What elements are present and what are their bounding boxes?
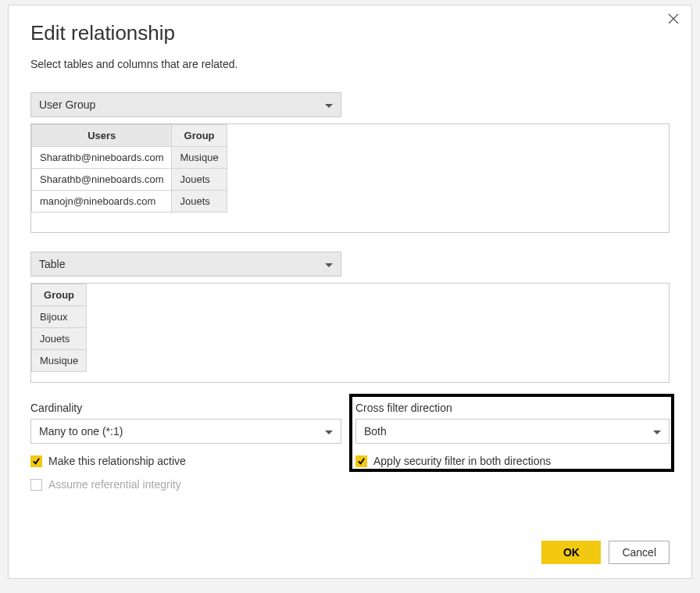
- referential-integrity-checkbox: Assume referential integrity: [30, 478, 341, 491]
- chevron-down-icon: [653, 425, 661, 438]
- edit-relationship-dialog: Edit relationship Select tables and colu…: [8, 5, 692, 579]
- ok-label: OK: [563, 546, 580, 559]
- cardinality-value: Many to one (*:1): [39, 425, 123, 438]
- cardinality-col: Cardinality Many to one (*:1) Make this …: [30, 402, 341, 491]
- chevron-down-icon: [325, 98, 333, 111]
- column-header-group[interactable]: Group: [32, 284, 87, 306]
- table-row: Bijoux: [32, 306, 87, 328]
- column-header-group[interactable]: Group: [172, 125, 227, 147]
- cell: Sharathb@nineboards.com: [32, 169, 172, 191]
- table-header-row: Group: [32, 284, 87, 306]
- table2-dropdown-label: Table: [39, 258, 65, 270]
- cell: Musique: [172, 147, 227, 169]
- apply-security-filter-checkbox[interactable]: Apply security filter in both directions: [355, 455, 670, 467]
- table1-dropdown[interactable]: User Group: [30, 92, 341, 117]
- cancel-button[interactable]: Cancel: [609, 541, 670, 564]
- apply-security-filter-label: Apply security filter in both directions: [373, 455, 551, 467]
- cell: Sharathb@nineboards.com: [32, 147, 172, 169]
- ok-button[interactable]: OK: [541, 541, 601, 564]
- table-row: Sharathb@nineboards.com Musique: [32, 147, 227, 169]
- crossfilter-value: Both: [364, 425, 387, 438]
- crossfilter-select[interactable]: Both: [355, 419, 670, 444]
- cell: Bijoux: [32, 306, 87, 328]
- chevron-down-icon: [325, 258, 333, 270]
- options-row: Cardinality Many to one (*:1) Make this …: [30, 402, 670, 491]
- make-active-checkbox[interactable]: Make this relationship active: [30, 455, 341, 467]
- cancel-label: Cancel: [622, 546, 656, 559]
- table-row: Musique: [32, 350, 87, 372]
- table-row: manojn@nineboards.com Jouets: [32, 191, 227, 213]
- cell: Jouets: [172, 169, 227, 191]
- checkbox-icon: [30, 455, 42, 467]
- cell: Jouets: [32, 328, 87, 350]
- table1-dropdown-label: User Group: [39, 98, 95, 111]
- table1-preview: Users Group Sharathb@nineboards.com Musi…: [30, 123, 670, 233]
- referential-integrity-label: Assume referential integrity: [48, 478, 181, 491]
- crossfilter-col: Cross filter direction Both Apply securi…: [355, 402, 670, 491]
- cell: manojn@nineboards.com: [32, 191, 172, 213]
- column-header-users[interactable]: Users: [32, 125, 172, 147]
- table-header-row: Users Group: [32, 125, 227, 147]
- dialog-subtitle: Select tables and columns that are relat…: [30, 58, 670, 70]
- make-active-label: Make this relationship active: [48, 455, 186, 467]
- checkbox-icon: [355, 455, 367, 467]
- close-button[interactable]: [668, 13, 682, 27]
- cardinality-label: Cardinality: [30, 402, 341, 414]
- cell: Jouets: [172, 191, 227, 213]
- table2-dropdown[interactable]: Table: [30, 252, 341, 277]
- dialog-buttons: OK Cancel: [541, 541, 670, 564]
- table-row: Sharathb@nineboards.com Jouets: [32, 169, 227, 191]
- table-row: Jouets: [32, 328, 87, 350]
- cell: Musique: [32, 350, 87, 372]
- chevron-down-icon: [325, 425, 333, 438]
- checkbox-icon: [30, 479, 42, 491]
- cardinality-select[interactable]: Many to one (*:1): [30, 419, 341, 444]
- crossfilter-label: Cross filter direction: [355, 402, 670, 414]
- dialog-title: Edit relationship: [30, 21, 670, 45]
- table2-preview: Group Bijoux Jouets Musique: [30, 283, 670, 383]
